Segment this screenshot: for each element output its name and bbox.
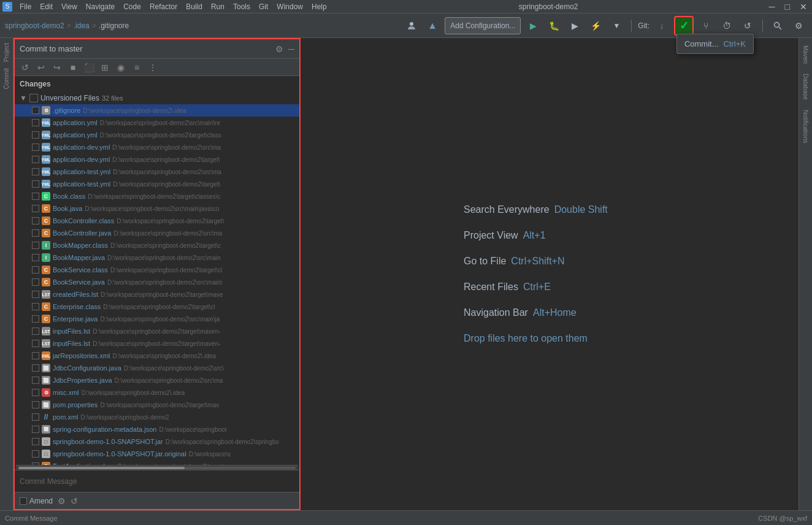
file-item-app-dev-yml-1[interactable]: YML application-dev.yml D:\workspace\spr… <box>15 141 299 153</box>
unstage-button[interactable]: ⬛ <box>82 61 96 74</box>
menu-window[interactable]: Window <box>273 1 307 12</box>
file-checkbox[interactable] <box>32 144 39 151</box>
file-checkbox[interactable] <box>32 401 39 408</box>
add-config-button[interactable]: Add Configuration... <box>445 17 521 34</box>
file-checkbox[interactable] <box>32 180 39 188</box>
file-checkbox[interactable] <box>32 389 39 396</box>
file-item-enterprise-java[interactable]: C Enterprise.java D:\workspace\springboo… <box>15 313 299 325</box>
expand-button[interactable]: ≡ <box>130 61 144 74</box>
commit-options-icon-2[interactable]: ↺ <box>71 496 78 506</box>
file-checkbox[interactable] <box>32 352 39 359</box>
group-button[interactable]: ⊞ <box>98 61 112 74</box>
file-item-app-yml-1[interactable]: YML application.yml D:\workspace\springb… <box>15 117 299 129</box>
commit-minimize-button[interactable]: ─ <box>288 44 294 54</box>
file-item-jar-1[interactable]: □ springboot-demo-1.0-SNAPSHOT.jar D:\wo… <box>15 435 299 448</box>
file-item-app-yml-2[interactable]: YML application.yml D:\workspace\springb… <box>15 129 299 141</box>
file-item-createdfiles[interactable]: LST createdFiles.lst D:\workspace\spring… <box>15 288 299 301</box>
debug-button[interactable]: 🐛 <box>545 17 562 34</box>
menu-edit[interactable]: Edit <box>36 1 56 12</box>
breadcrumb-file[interactable]: .gitignore <box>99 21 129 30</box>
menu-code[interactable]: Code <box>120 1 145 12</box>
file-item-bookservice-class[interactable]: C BookService.class D:\workspace\springb… <box>15 264 299 276</box>
file-checkbox[interactable] <box>32 193 39 200</box>
vcs-update-icon[interactable]: ▲ <box>424 17 441 34</box>
file-checkbox[interactable] <box>32 315 39 323</box>
commit-check-button[interactable]: ✓ <box>674 16 694 36</box>
menu-view[interactable]: View <box>58 1 81 12</box>
file-checkbox[interactable] <box>32 377 39 384</box>
diff-preview-button[interactable]: ◉ <box>114 61 128 74</box>
file-item-inputfiles-2[interactable]: LST inputFiles.lst D:\workspace\springbo… <box>15 337 299 350</box>
file-item-jarrepositories[interactable]: XML jarRepositories.xml D:\workspace\spr… <box>15 350 299 362</box>
git-revert-button[interactable]: ↺ <box>739 17 756 34</box>
file-checkbox[interactable] <box>32 413 39 421</box>
file-checkbox[interactable] <box>32 266 39 274</box>
commit-settings-button[interactable]: ⚙ <box>275 44 283 54</box>
rollback-button[interactable]: ↩ <box>34 61 48 74</box>
menu-run[interactable]: Run <box>207 1 228 12</box>
file-item-app-dev-yml-2[interactable]: YML application-dev.yml D:\workspace\spr… <box>15 153 299 166</box>
file-checkbox[interactable] <box>32 450 39 458</box>
file-item-book-java[interactable]: C Book.java D:\workspace\springboot-demo… <box>15 202 299 215</box>
maximize-button[interactable]: □ <box>783 2 792 12</box>
file-item-spring-config-metadata[interactable]: ⬜ spring-configuration-metadata.json D:\… <box>15 423 299 435</box>
file-checkbox[interactable] <box>32 156 39 163</box>
file-item-bookcontroller-java[interactable]: C BookController.java D:\workspace\sprin… <box>15 227 299 239</box>
file-item-bookmapper-class[interactable]: I BookMapper.class D:\workspace\springbo… <box>15 239 299 251</box>
file-checkbox[interactable] <box>32 364 39 372</box>
git-branch-button[interactable]: ⑂ <box>697 17 714 34</box>
git-update-button[interactable]: ↓ <box>653 17 670 34</box>
file-checkbox[interactable] <box>32 328 39 335</box>
file-item-pom-xml[interactable]: // pom.xml D:\workspace\springboot-demo2 <box>15 411 299 423</box>
file-item-pom-properties[interactable]: ⬜ pom.properties D:\workspace\springboot… <box>15 399 299 411</box>
redo-button[interactable]: ↪ <box>50 61 64 74</box>
file-checkbox[interactable] <box>32 254 39 261</box>
file-checkbox[interactable] <box>32 340 39 347</box>
menu-refactor[interactable]: Refactor <box>146 1 181 12</box>
file-checkbox[interactable] <box>32 278 39 286</box>
menu-help[interactable]: Help <box>308 1 331 12</box>
sidebar-item-project[interactable]: Project <box>2 40 11 64</box>
breadcrumb-project[interactable]: springboot-demo2 <box>5 21 64 30</box>
user-icon-btn[interactable] <box>403 17 420 34</box>
file-item-testapplication-class[interactable]: C TestApplication.class D:\workspace\spr… <box>15 460 299 465</box>
unversioned-files-header[interactable]: ▼ Unversioned Files 32 files <box>15 92 299 104</box>
close-button[interactable]: ✕ <box>797 2 810 12</box>
profile-button[interactable]: ⚡ <box>587 17 604 34</box>
file-checkbox[interactable] <box>32 217 39 224</box>
file-checkbox[interactable] <box>32 205 39 212</box>
scroll-thumb[interactable] <box>18 467 185 469</box>
sidebar-item-notifications[interactable]: Notifications <box>801 105 810 148</box>
file-item-bookcontroller-class[interactable]: C BookController.class D:\workspace\spri… <box>15 215 299 227</box>
file-item-bookmapper-java[interactable]: I BookMapper.java D:\workspace\springboo… <box>15 251 299 264</box>
commit-message-area[interactable]: Commit Message <box>15 470 299 492</box>
file-item-book-class[interactable]: C Book.class D:\workspace\springboot-dem… <box>15 190 299 202</box>
commit-options-icon-1[interactable]: ⚙ <box>58 496 66 506</box>
menu-file[interactable]: File <box>16 1 35 12</box>
file-item-gitignore[interactable]: ⚙ .gitignore D:\workspace\springboot-dem… <box>15 104 299 117</box>
file-item-jdbcproperties[interactable]: ⬜ JdbcProperties.java D:\workspace\sprin… <box>15 374 299 386</box>
amend-checkbox[interactable] <box>20 497 27 505</box>
file-item-jar-original[interactable]: □ springboot-demo-1.0-SNAPSHOT.jar.origi… <box>15 448 299 460</box>
breadcrumb-folder[interactable]: .idea <box>74 21 90 30</box>
file-checkbox[interactable] <box>32 229 39 237</box>
file-item-app-test-yml-2[interactable]: YML application-test.yml D:\workspace\sp… <box>15 178 299 190</box>
menu-git[interactable]: Git <box>255 1 272 12</box>
git-log-button[interactable]: ⏱ <box>718 17 735 34</box>
menu-navigate[interactable]: Navigate <box>82 1 118 12</box>
file-checkbox[interactable] <box>32 168 39 175</box>
file-item-inputfiles-1[interactable]: LST inputFiles.lst D:\workspace\springbo… <box>15 325 299 337</box>
more-run-options[interactable]: ▼ <box>608 17 625 34</box>
file-checkbox[interactable] <box>32 242 39 249</box>
file-checkbox[interactable] <box>32 131 39 139</box>
file-item-app-test-yml-1[interactable]: YML application-test.yml D:\workspace\sp… <box>15 166 299 178</box>
amend-label[interactable]: Amend <box>20 497 53 505</box>
file-checkbox[interactable] <box>32 119 39 126</box>
menu-build[interactable]: Build <box>182 1 206 12</box>
sidebar-item-maven[interactable]: Maven <box>801 40 810 69</box>
file-checkbox[interactable] <box>32 303 39 310</box>
scroll-track[interactable] <box>18 467 296 469</box>
menu-tools[interactable]: Tools <box>229 1 254 12</box>
file-item-jdbcconfiguration[interactable]: ⬜ JdbcConfiguration.java D:\workspace\sp… <box>15 362 299 374</box>
refresh-button[interactable]: ↺ <box>18 61 32 74</box>
